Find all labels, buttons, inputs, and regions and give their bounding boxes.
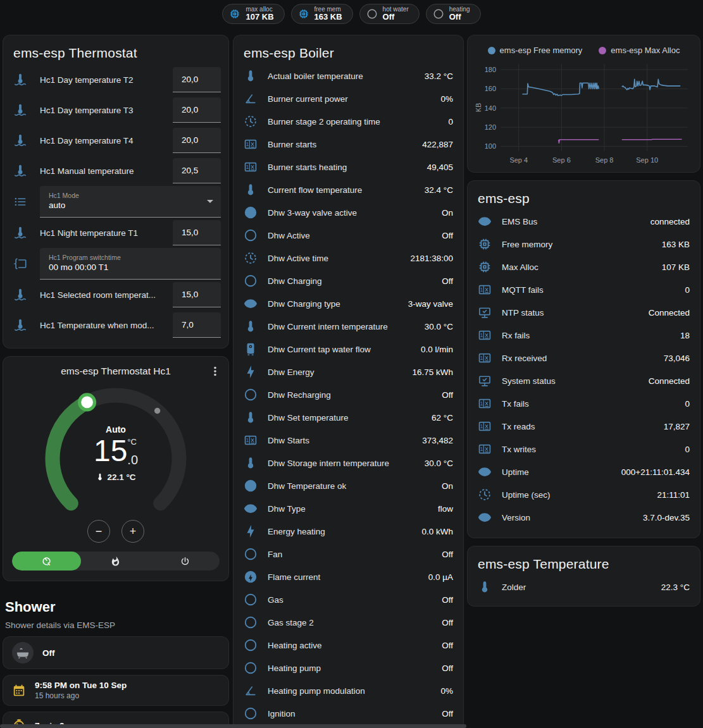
entity-row[interactable]: Max Alloc107 KB [468,256,700,278]
memory-chart-card: ems-esp Free memoryems-esp Max Alloc 100… [467,35,700,173]
entity-label: Heating active [268,641,437,650]
entity-row[interactable]: Hc1 Temperature when mod...7,0 [3,310,228,340]
entity-row[interactable]: 1Burner starts422,887 [233,133,463,156]
svg-text:140: 140 [485,104,496,112]
entity-row[interactable]: Dhw ChargingOff [233,269,463,292]
entity-row[interactable]: Dhw ActiveOff [233,224,463,247]
entity-row[interactable]: Uptime (sec)21:11:01 [468,483,700,506]
number-input[interactable]: 15,0 [173,220,221,245]
entity-row[interactable]: 1MQTT fails0 [468,278,700,301]
entity-row[interactable]: Heating pump modulation0% [233,679,463,702]
entity-row[interactable]: Hc1 Day temperature T420,0 [3,125,228,156]
svg-text:120: 120 [485,123,496,131]
eye-icon [478,510,492,524]
entity-value: 0 [685,399,690,409]
badge-max-alloc[interactable]: max alloc107 KB [222,4,284,24]
number-input[interactable]: 20,0 [173,97,221,123]
badge-free-mem[interactable]: free mem163 KB [291,4,353,24]
thermostat-auto-icon: A [41,556,52,567]
entity-row[interactable]: 1Dhw Starts373,482 [233,429,463,452]
entity-row[interactable]: FanOff [233,543,463,565]
entity-row[interactable]: Burner current power0% [233,87,463,110]
entity-value: 3-way valve [408,299,453,309]
mode-button-thermostat-auto[interactable]: A [12,552,81,571]
entity-row[interactable]: Hc1 Modeauto [3,186,228,218]
entity-row[interactable]: Dhw Active time2181:38:00 [233,247,463,269]
entity-row[interactable]: Hc1 Selected room temperat...15,0 [3,280,228,310]
entity-row[interactable]: Dhw Storage intern temperature30.0 °C [233,452,463,474]
entity-row[interactable]: Hc1 Day temperature T320,0 [3,95,228,125]
entity-row[interactable]: Dhw 3-way valve activeOn [233,201,463,224]
entity-row[interactable]: 1Rx received73,046 [468,347,700,369]
entity-row[interactable]: Flame current0.0 µA [233,565,463,588]
increase-temp-button[interactable]: + [121,520,144,543]
entity-row[interactable]: Dhw Energy16.75 kWh [233,361,463,383]
entity-row[interactable]: Dhw Temperature okOn [233,474,463,497]
entity-row[interactable]: Heating activeOff [233,634,463,657]
angle-acute-icon [244,684,258,698]
entity-row[interactable]: Current flow temperature32.4 °C [233,178,463,201]
entity-row[interactable]: Energy heating0.0 kWh [233,520,463,543]
entity-row[interactable]: Actual boiler temperature33.2 °C [233,65,463,87]
number-input[interactable]: 20,0 [173,128,221,153]
entity-row[interactable]: EMS Busconnected [468,210,700,233]
entity-value: Connected [649,308,690,318]
entity-row[interactable]: Dhw Current tap water flow0.0 l/min [233,338,463,361]
entity-value: 30.0 °C [425,322,453,331]
entity-row[interactable]: 1Tx writes0 [468,438,700,460]
entity-row[interactable]: Hc1 Manual temperature20,5 [3,156,228,186]
entity-row[interactable]: Version3.7.0-dev.35 [468,506,700,529]
entity-row[interactable]: Dhw Set temperature62 °C [233,406,463,429]
format-list-icon [13,195,27,209]
entity-value: Off [442,550,453,559]
target-temp-handle[interactable] [80,395,95,410]
number-input[interactable]: 20,0 [173,67,221,92]
shower-state-card[interactable]: Off [3,636,229,669]
shower-info-card[interactable]: 9:58 PM on Tue 10 Sep15 hours ago [3,675,229,706]
entity-row[interactable]: Dhw Typeflow [233,497,463,520]
scrollbar-track[interactable] [0,724,466,728]
number-input[interactable]: 20,5 [173,158,221,183]
entity-row[interactable]: Gas stage 2Off [233,611,463,634]
entity-row[interactable]: NTP statusConnected [468,301,700,324]
legend-item[interactable]: ems-esp Max Alloc [599,46,680,55]
boiler-card-title: ems-esp Boiler [233,35,463,65]
entity-value: Connected [649,376,690,386]
badge-heating[interactable]: heatingOff [426,4,481,24]
entity-row[interactable]: Hc1 Program switchtime00 mo 00:00 T1 [3,248,228,280]
entity-row[interactable]: Hc1 Day temperature T220,0 [3,65,228,95]
entity-row[interactable]: Burner stage 2 operating time0 [233,110,463,133]
entity-row[interactable]: System statusConnected [468,369,700,392]
mode-select[interactable]: Hc1 Modeauto [40,186,221,218]
entity-row[interactable]: Dhw Current intern temperature30.0 °C [233,315,463,338]
dots-vertical-icon[interactable] [208,364,222,378]
entity-value: 3.7.0-dev.35 [643,513,690,522]
decrease-temp-button[interactable]: − [87,520,110,543]
mode-button-power[interactable] [151,552,220,571]
entity-row[interactable]: GasOff [233,588,463,611]
badge-value: 163 KB [314,13,342,22]
entity-value: 0% [440,686,453,696]
emsesp-card: ems-esp EMS BusconnectedFree memory163 K… [467,180,700,538]
entity-row[interactable]: Hc1 Night temperature T115,0 [3,218,228,248]
entity-row[interactable]: 1Burner starts heating49,405 [233,156,463,178]
progress-clock-icon [244,251,258,265]
entity-value: On [442,481,453,491]
number-input[interactable]: 15,0 [173,282,221,307]
entity-row[interactable]: Zolder22.3 °C [468,576,700,598]
entity-row[interactable]: Uptime000+21:11:01.434 [468,460,700,483]
legend-item[interactable]: ems-esp Free memory [488,46,583,55]
entity-row[interactable]: 1Tx reads17,827 [468,415,700,438]
text-input[interactable]: Hc1 Program switchtime00 mo 00:00 T1 [40,248,221,280]
mode-button-fire[interactable] [81,552,150,571]
entity-row[interactable]: Dhw RechargingOff [233,383,463,406]
entity-row[interactable]: 1Tx fails0 [468,392,700,415]
entity-row[interactable]: Free memory163 KB [468,233,700,256]
badge-hot-water[interactable]: hot waterOff [359,4,420,24]
entity-row[interactable]: Heating pumpOff [233,657,463,679]
entity-row[interactable]: IgnitionOff [233,702,463,725]
number-input[interactable]: 7,0 [173,312,221,338]
entity-value: 000+21:11:01.434 [621,467,690,477]
entity-row[interactable]: Dhw Charging type3-way valve [233,292,463,315]
entity-row[interactable]: 1Rx fails18 [468,324,700,347]
